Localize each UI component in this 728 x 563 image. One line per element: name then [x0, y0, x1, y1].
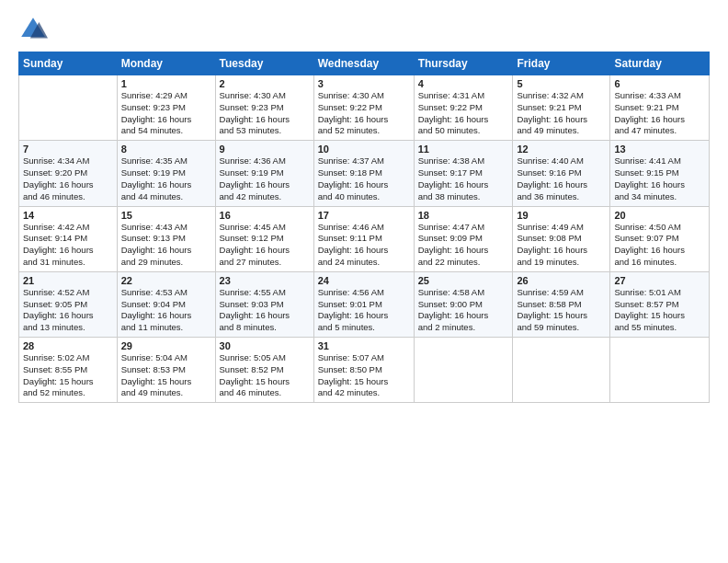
- calendar-table: SundayMondayTuesdayWednesdayThursdayFrid…: [18, 52, 710, 403]
- day-info: Sunrise: 4:56 AM Sunset: 9:01 PM Dayligh…: [318, 287, 410, 334]
- day-info: Sunrise: 4:37 AM Sunset: 9:18 PM Dayligh…: [318, 155, 410, 202]
- day-number: 14: [23, 210, 113, 221]
- weekday-header-saturday: Saturday: [610, 52, 710, 75]
- calendar-cell: 16Sunrise: 4:45 AM Sunset: 9:12 PM Dayli…: [215, 206, 313, 271]
- calendar-cell: 29Sunrise: 5:04 AM Sunset: 8:53 PM Dayli…: [117, 338, 215, 403]
- day-info: Sunrise: 4:32 AM Sunset: 9:21 PM Dayligh…: [517, 90, 606, 137]
- day-info: Sunrise: 4:38 AM Sunset: 9:17 PM Dayligh…: [418, 155, 509, 202]
- calendar-cell: 22Sunrise: 4:53 AM Sunset: 9:04 PM Dayli…: [117, 271, 215, 337]
- day-number: 17: [318, 210, 410, 221]
- calendar-cell: 6Sunrise: 4:33 AM Sunset: 9:21 PM Daylig…: [610, 75, 710, 141]
- weekday-header-wednesday: Wednesday: [313, 52, 414, 75]
- weekday-header-row: SundayMondayTuesdayWednesdayThursdayFrid…: [19, 52, 710, 75]
- header: [18, 15, 710, 44]
- calendar-week-row: 21Sunrise: 4:52 AM Sunset: 9:05 PM Dayli…: [19, 271, 710, 337]
- day-number: 29: [121, 340, 211, 351]
- day-number: 26: [517, 275, 606, 286]
- day-info: Sunrise: 5:07 AM Sunset: 8:50 PM Dayligh…: [318, 352, 410, 399]
- calendar-cell: 4Sunrise: 4:31 AM Sunset: 9:22 PM Daylig…: [414, 75, 513, 141]
- day-info: Sunrise: 4:42 AM Sunset: 9:14 PM Dayligh…: [23, 222, 113, 269]
- day-info: Sunrise: 4:45 AM Sunset: 9:12 PM Dayligh…: [220, 222, 310, 269]
- weekday-header-tuesday: Tuesday: [215, 52, 313, 75]
- day-info: Sunrise: 5:04 AM Sunset: 8:53 PM Dayligh…: [121, 352, 211, 399]
- calendar-week-row: 14Sunrise: 4:42 AM Sunset: 9:14 PM Dayli…: [19, 206, 710, 271]
- calendar-cell: 3Sunrise: 4:30 AM Sunset: 9:22 PM Daylig…: [313, 75, 414, 141]
- day-number: 25: [418, 275, 509, 286]
- day-number: 12: [517, 144, 606, 155]
- day-number: 16: [220, 210, 310, 221]
- calendar-cell: 31Sunrise: 5:07 AM Sunset: 8:50 PM Dayli…: [313, 338, 414, 403]
- calendar-cell: 28Sunrise: 5:02 AM Sunset: 8:55 PM Dayli…: [19, 338, 118, 403]
- day-number: 13: [614, 144, 705, 155]
- calendar-cell: 24Sunrise: 4:56 AM Sunset: 9:01 PM Dayli…: [313, 271, 414, 337]
- day-number: 27: [614, 275, 705, 286]
- calendar-cell: 7Sunrise: 4:34 AM Sunset: 9:20 PM Daylig…: [19, 141, 118, 206]
- calendar-cell: 2Sunrise: 4:30 AM Sunset: 9:23 PM Daylig…: [215, 75, 313, 141]
- day-number: 7: [23, 144, 113, 155]
- calendar-week-row: 28Sunrise: 5:02 AM Sunset: 8:55 PM Dayli…: [19, 338, 710, 403]
- calendar-cell: [513, 338, 610, 403]
- calendar-cell: 12Sunrise: 4:40 AM Sunset: 9:16 PM Dayli…: [513, 141, 610, 206]
- logo-icon: [18, 15, 48, 44]
- day-number: 10: [318, 144, 410, 155]
- day-info: Sunrise: 4:41 AM Sunset: 9:15 PM Dayligh…: [614, 155, 705, 202]
- day-number: 8: [121, 144, 211, 155]
- calendar-cell: 10Sunrise: 4:37 AM Sunset: 9:18 PM Dayli…: [313, 141, 414, 206]
- calendar-cell: 27Sunrise: 5:01 AM Sunset: 8:57 PM Dayli…: [610, 271, 710, 337]
- calendar-cell: [610, 338, 710, 403]
- calendar-cell: 23Sunrise: 4:55 AM Sunset: 9:03 PM Dayli…: [215, 271, 313, 337]
- day-number: 30: [220, 340, 310, 351]
- day-info: Sunrise: 4:58 AM Sunset: 9:00 PM Dayligh…: [418, 287, 509, 334]
- day-info: Sunrise: 4:47 AM Sunset: 9:09 PM Dayligh…: [418, 222, 509, 269]
- day-number: 22: [121, 275, 211, 286]
- day-number: 28: [23, 340, 113, 351]
- day-info: Sunrise: 4:59 AM Sunset: 8:58 PM Dayligh…: [517, 287, 606, 334]
- calendar-cell: 13Sunrise: 4:41 AM Sunset: 9:15 PM Dayli…: [610, 141, 710, 206]
- day-number: 18: [418, 210, 509, 221]
- day-number: 24: [318, 275, 410, 286]
- logo: [18, 15, 51, 44]
- weekday-header-friday: Friday: [513, 52, 610, 75]
- day-info: Sunrise: 4:34 AM Sunset: 9:20 PM Dayligh…: [23, 155, 113, 202]
- calendar-cell: 5Sunrise: 4:32 AM Sunset: 9:21 PM Daylig…: [513, 75, 610, 141]
- weekday-header-sunday: Sunday: [19, 52, 118, 75]
- day-number: 11: [418, 144, 509, 155]
- day-info: Sunrise: 4:49 AM Sunset: 9:08 PM Dayligh…: [517, 222, 606, 269]
- day-info: Sunrise: 4:31 AM Sunset: 9:22 PM Dayligh…: [418, 90, 509, 137]
- day-info: Sunrise: 4:30 AM Sunset: 9:22 PM Dayligh…: [318, 90, 410, 137]
- day-number: 9: [220, 144, 310, 155]
- day-number: 2: [220, 78, 310, 89]
- day-info: Sunrise: 4:33 AM Sunset: 9:21 PM Dayligh…: [614, 90, 705, 137]
- day-number: 31: [318, 340, 410, 351]
- calendar-cell: 30Sunrise: 5:05 AM Sunset: 8:52 PM Dayli…: [215, 338, 313, 403]
- calendar-cell: 1Sunrise: 4:29 AM Sunset: 9:23 PM Daylig…: [117, 75, 215, 141]
- page: SundayMondayTuesdayWednesdayThursdayFrid…: [0, 0, 728, 563]
- calendar-cell: 19Sunrise: 4:49 AM Sunset: 9:08 PM Dayli…: [513, 206, 610, 271]
- calendar-cell: 25Sunrise: 4:58 AM Sunset: 9:00 PM Dayli…: [414, 271, 513, 337]
- weekday-header-thursday: Thursday: [414, 52, 513, 75]
- day-number: 5: [517, 78, 606, 89]
- day-number: 21: [23, 275, 113, 286]
- day-number: 15: [121, 210, 211, 221]
- day-number: 3: [318, 78, 410, 89]
- day-info: Sunrise: 4:36 AM Sunset: 9:19 PM Dayligh…: [220, 155, 310, 202]
- calendar-cell: 8Sunrise: 4:35 AM Sunset: 9:19 PM Daylig…: [117, 141, 215, 206]
- day-number: 19: [517, 210, 606, 221]
- day-info: Sunrise: 4:30 AM Sunset: 9:23 PM Dayligh…: [220, 90, 310, 137]
- calendar-cell: [19, 75, 118, 141]
- day-number: 20: [614, 210, 705, 221]
- day-info: Sunrise: 5:05 AM Sunset: 8:52 PM Dayligh…: [220, 352, 310, 399]
- day-number: 23: [220, 275, 310, 286]
- day-info: Sunrise: 4:46 AM Sunset: 9:11 PM Dayligh…: [318, 222, 410, 269]
- day-number: 4: [418, 78, 509, 89]
- day-info: Sunrise: 5:02 AM Sunset: 8:55 PM Dayligh…: [23, 352, 113, 399]
- day-info: Sunrise: 4:53 AM Sunset: 9:04 PM Dayligh…: [121, 287, 211, 334]
- day-info: Sunrise: 4:40 AM Sunset: 9:16 PM Dayligh…: [517, 155, 606, 202]
- day-info: Sunrise: 4:43 AM Sunset: 9:13 PM Dayligh…: [121, 222, 211, 269]
- day-info: Sunrise: 5:01 AM Sunset: 8:57 PM Dayligh…: [614, 287, 705, 334]
- weekday-header-monday: Monday: [117, 52, 215, 75]
- calendar-cell: 20Sunrise: 4:50 AM Sunset: 9:07 PM Dayli…: [610, 206, 710, 271]
- calendar-cell: 11Sunrise: 4:38 AM Sunset: 9:17 PM Dayli…: [414, 141, 513, 206]
- calendar-cell: 21Sunrise: 4:52 AM Sunset: 9:05 PM Dayli…: [19, 271, 118, 337]
- day-info: Sunrise: 4:50 AM Sunset: 9:07 PM Dayligh…: [614, 222, 705, 269]
